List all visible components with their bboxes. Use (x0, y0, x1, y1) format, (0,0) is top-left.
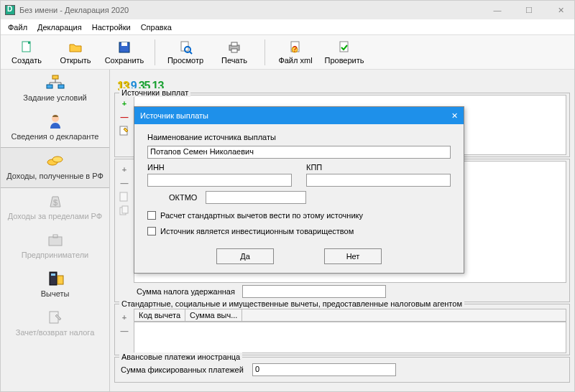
remove-icon[interactable]: — (119, 111, 130, 123)
sidebar: Задание условий Сведения о декларанте До… (1, 70, 110, 391)
nav-declarant[interactable]: Сведения о декларанте (1, 108, 109, 147)
yes-button[interactable]: Да (216, 248, 274, 264)
tb-open[interactable]: Открыть (55, 40, 96, 65)
check-icon (337, 40, 351, 55)
maximize-icon[interactable]: ☐ (520, 6, 538, 15)
remove-icon[interactable]: — (119, 325, 130, 337)
src-name-input[interactable]: Потапов Семен Николаевич (147, 146, 451, 159)
svg-rect-21 (49, 237, 62, 246)
svg-rect-24 (51, 274, 55, 276)
window-title: Без имени - Декларация 2020 (19, 6, 129, 14)
window-controls: — ☐ ✕ (488, 6, 570, 15)
nav-conditions[interactable]: Задание условий (1, 70, 109, 108)
menu-settings[interactable]: Настройки (92, 23, 131, 32)
calculator-icon (45, 270, 65, 287)
menu-declaration[interactable]: Декларация (37, 23, 82, 32)
edit-icon[interactable] (119, 125, 130, 136)
tax-withheld-input[interactable] (242, 285, 386, 298)
tb-create[interactable]: Создать (6, 40, 47, 65)
new-file-icon (19, 40, 34, 55)
svg-rect-1 (28, 42, 30, 44)
inn-label: ИНН (147, 163, 292, 172)
xml-file-icon: ? (288, 40, 303, 55)
inn-input[interactable] (147, 174, 292, 187)
dialog-close-icon[interactable]: ✕ (451, 111, 458, 121)
dialog-title: Источник выплаты (140, 111, 208, 120)
svg-point-19 (52, 157, 63, 162)
nav-income-rf[interactable]: Доходы, полученные в РФ (1, 147, 109, 187)
app-icon (5, 5, 15, 15)
edit-icon[interactable] (119, 191, 130, 202)
preview-icon (178, 40, 193, 55)
deductions-label: Стандартные, социальные и имущественные … (119, 299, 464, 308)
tb-save[interactable]: Сохранить (104, 40, 144, 65)
toolbar-separator (155, 39, 155, 65)
nav-income-abroad[interactable]: $ Доходы за пределами РФ (1, 188, 109, 227)
svg-rect-30 (122, 206, 128, 213)
advance-fixed-label: Сумма фиксированных платежей (118, 364, 247, 375)
checkbox-icon (147, 227, 156, 235)
svg-text:$: $ (53, 198, 58, 207)
nav-deductions[interactable]: Вычеты (1, 266, 109, 304)
oktmo-input[interactable] (206, 191, 306, 204)
svg-rect-28 (120, 192, 127, 201)
menubar: Файл Декларация Настройки Справка (1, 19, 574, 35)
print-icon (227, 40, 242, 55)
kpp-input[interactable] (306, 174, 451, 187)
chk-std-deductions[interactable]: Расчет стандартных вычетов вести по этом… (147, 211, 451, 220)
advance-label: Авансовые платежи иностранца (119, 353, 242, 361)
svg-rect-14 (52, 75, 58, 79)
titlebar: Без имени - Декларация 2020 — ☐ ✕ (1, 1, 574, 19)
close-icon[interactable]: ✕ (551, 6, 570, 15)
tb-preview[interactable]: Просмотр (165, 40, 206, 65)
dialog-titlebar: Источник выплаты ✕ (134, 107, 464, 124)
section-advance: Авансовые платежи иностранца Сумма фикси… (114, 357, 570, 383)
oktmo-label: ОКТМО (169, 193, 197, 202)
sources-tools: + — (118, 95, 131, 155)
person-icon (45, 113, 65, 130)
document-pen-icon (45, 309, 65, 326)
folder-open-icon (68, 40, 83, 55)
tree-icon (45, 74, 65, 91)
src-name-label: Наименование источника выплаты (147, 133, 451, 141)
money-bag-icon: $ (45, 192, 65, 210)
sources-label: Источники выплат (119, 88, 190, 97)
no-button[interactable]: Нет (324, 248, 382, 264)
deductions-grid-header: Код вычета Сумма выч... (134, 309, 566, 322)
menu-file[interactable]: Файл (8, 23, 27, 32)
add-icon[interactable]: + (119, 312, 130, 323)
svg-line-6 (190, 52, 192, 54)
coins-icon (45, 152, 65, 169)
dialog-payment-source: Источник выплаты ✕ Наименование источник… (134, 106, 464, 274)
advance-input[interactable]: 0 (252, 363, 396, 376)
minimize-icon[interactable]: — (488, 6, 507, 15)
kpp-label: КПП (306, 163, 451, 172)
deductions-tools: + — (118, 309, 131, 353)
tb-check[interactable]: Проверить (324, 40, 364, 65)
chk-investment[interactable]: Источник является инвестиционным товарищ… (147, 227, 451, 235)
svg-rect-16 (58, 85, 64, 88)
copy-icon[interactable] (119, 205, 130, 216)
svg-rect-8 (231, 42, 237, 46)
svg-rect-15 (47, 85, 52, 88)
checkbox-icon (147, 211, 156, 220)
toolbar: Создать Открыть Сохранить Просмотр Печат… (1, 35, 574, 70)
add-icon[interactable]: + (119, 98, 130, 109)
col-code[interactable]: Код вычета (134, 309, 185, 321)
section-deductions: Стандартные, социальные и имущественные … (114, 304, 570, 355)
remove-icon[interactable]: — (119, 177, 130, 189)
menu-help[interactable]: Справка (141, 23, 172, 32)
briefcase-icon (45, 231, 65, 248)
deductions-grid[interactable] (134, 322, 566, 353)
svg-rect-25 (58, 276, 63, 284)
nav-entrepreneurs[interactable]: Предприниматели (1, 227, 109, 266)
nav-offset[interactable]: Зачет/возврат налога (1, 304, 109, 343)
incomes-tools: + — (118, 161, 131, 300)
save-icon (117, 40, 132, 55)
tax-withheld-label: Сумма налога удержанная (134, 286, 238, 297)
svg-text:?: ? (293, 45, 297, 53)
col-sum[interactable]: Сумма выч... (185, 309, 242, 321)
add-icon[interactable]: + (119, 164, 130, 175)
tb-print[interactable]: Печать (214, 40, 254, 65)
tb-filexml[interactable]: ? Файл xml (275, 40, 316, 65)
